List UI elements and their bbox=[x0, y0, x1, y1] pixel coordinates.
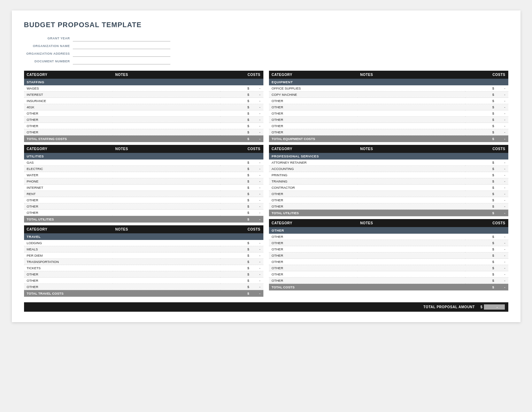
notes-cell[interactable] bbox=[113, 252, 220, 259]
table-row: INSURANCE$ - bbox=[24, 98, 263, 104]
notes-cell[interactable] bbox=[357, 252, 465, 259]
costs-cell: $ - bbox=[465, 252, 508, 259]
notes-cell[interactable] bbox=[113, 166, 220, 172]
table-row: PHONE$ - bbox=[24, 178, 263, 185]
notes-cell[interactable] bbox=[357, 197, 465, 203]
notes-cell[interactable] bbox=[113, 259, 220, 265]
costs-cell: $ - bbox=[220, 117, 263, 123]
notes-cell[interactable] bbox=[357, 160, 465, 166]
notes-cell[interactable] bbox=[357, 85, 465, 92]
notes-cell[interactable] bbox=[113, 110, 220, 117]
costs-cell: $ - bbox=[465, 203, 508, 210]
costs-cell: $ - bbox=[220, 172, 263, 178]
notes-cell[interactable] bbox=[357, 110, 465, 117]
notes-cell[interactable] bbox=[357, 178, 465, 185]
category-cell: OTHER bbox=[269, 104, 357, 110]
form-row: DOCUMENT NUMBER bbox=[24, 58, 508, 64]
notes-cell[interactable] bbox=[113, 98, 220, 104]
notes-cell[interactable] bbox=[113, 210, 220, 216]
category-cell: ACCOUNTING bbox=[269, 166, 357, 172]
notes-cell[interactable] bbox=[113, 178, 220, 185]
notes-cell[interactable] bbox=[357, 166, 465, 172]
notes-cell[interactable] bbox=[357, 92, 465, 98]
notes-cell[interactable] bbox=[113, 284, 220, 290]
col-header-costs: COSTS bbox=[465, 145, 508, 153]
table-row: TICKETS$ - bbox=[24, 265, 263, 271]
notes-cell[interactable] bbox=[113, 117, 220, 123]
notes-cell[interactable] bbox=[113, 160, 220, 166]
notes-cell[interactable] bbox=[113, 265, 220, 271]
notes-cell[interactable] bbox=[113, 185, 220, 191]
table-row: LODGING$ - bbox=[24, 240, 263, 246]
notes-cell[interactable] bbox=[357, 98, 465, 104]
table-row: OTHER$ - bbox=[269, 246, 508, 252]
notes-cell[interactable] bbox=[113, 240, 220, 246]
notes-cell[interactable] bbox=[113, 129, 220, 135]
costs-cell: $ - bbox=[465, 234, 508, 240]
notes-cell[interactable] bbox=[357, 240, 465, 246]
notes-cell[interactable] bbox=[357, 234, 465, 240]
table-row: OTHER$ - bbox=[24, 203, 263, 210]
notes-cell[interactable] bbox=[357, 203, 465, 210]
notes-cell[interactable] bbox=[113, 203, 220, 210]
category-cell: OTHER bbox=[269, 197, 357, 203]
costs-cell: $ - bbox=[465, 98, 508, 104]
table-row: OTHER$ - bbox=[24, 271, 263, 278]
form-input-organization-address[interactable] bbox=[73, 50, 170, 57]
table-row: OTHER$ - bbox=[269, 234, 508, 240]
notes-cell[interactable] bbox=[113, 197, 220, 203]
col-header-category: CATEGORY bbox=[24, 71, 113, 79]
table-row: OTHER$ - bbox=[269, 271, 508, 278]
notes-cell[interactable] bbox=[113, 246, 220, 252]
notes-cell[interactable] bbox=[357, 246, 465, 252]
notes-cell[interactable] bbox=[357, 123, 465, 129]
costs-cell: $ - bbox=[220, 160, 263, 166]
table-row: OTHER$ - bbox=[24, 210, 263, 216]
notes-cell[interactable] bbox=[113, 191, 220, 197]
table-row: ATTORNEY RETAINER$ - bbox=[269, 160, 508, 166]
category-cell: PRINTING bbox=[269, 172, 357, 178]
footer-bar: TOTAL PROPOSAL AMOUNT $ - bbox=[24, 302, 508, 312]
category-cell: RENT bbox=[24, 191, 113, 197]
notes-cell[interactable] bbox=[357, 265, 465, 271]
form-input-grant-year[interactable] bbox=[73, 35, 170, 41]
table-row: OTHER$ - bbox=[24, 278, 263, 284]
notes-cell[interactable] bbox=[113, 172, 220, 178]
category-cell: PER DIEM bbox=[24, 252, 113, 259]
notes-cell[interactable] bbox=[113, 271, 220, 278]
category-cell: OTHER bbox=[269, 259, 357, 265]
notes-cell[interactable] bbox=[113, 278, 220, 284]
category-cell: OTHER bbox=[24, 129, 113, 135]
notes-cell[interactable] bbox=[357, 259, 465, 265]
category-cell: TRASNSPORTATION bbox=[24, 259, 113, 265]
notes-cell[interactable] bbox=[357, 271, 465, 278]
notes-cell[interactable] bbox=[113, 104, 220, 110]
notes-cell[interactable] bbox=[357, 172, 465, 178]
notes-cell[interactable] bbox=[357, 185, 465, 191]
costs-cell: $ - bbox=[220, 240, 263, 246]
table-row: MEALS$ - bbox=[24, 246, 263, 252]
col-header-costs: COSTS bbox=[465, 219, 508, 227]
category-cell: OTHER bbox=[269, 191, 357, 197]
total-row: TOTAL TRAVEL COSTS$ - bbox=[24, 290, 263, 297]
notes-cell[interactable] bbox=[113, 85, 220, 92]
table-group: CATEGORYNOTESCOSTSUTILITIESGAS$ -ELECTRI… bbox=[24, 145, 263, 223]
category-cell: OTHER bbox=[24, 210, 113, 216]
form-input-document-number[interactable] bbox=[73, 58, 170, 64]
notes-cell[interactable] bbox=[357, 117, 465, 123]
category-cell: OTHER bbox=[269, 234, 357, 240]
table-row: ELECTRIC$ - bbox=[24, 166, 263, 172]
notes-cell[interactable] bbox=[113, 92, 220, 98]
form-input-organization-name[interactable] bbox=[73, 43, 170, 49]
notes-cell[interactable] bbox=[357, 278, 465, 284]
costs-cell: $ - bbox=[465, 172, 508, 178]
tables-row: CATEGORYNOTESCOSTSSTAFFINGWAGES$ -INTERE… bbox=[24, 71, 508, 300]
table-group: CATEGORYNOTESCOSTSEQUIPMENTOFFICE SUPPLI… bbox=[269, 71, 508, 142]
table-row: PRINTING$ - bbox=[269, 172, 508, 178]
table-row: OTHER$ - bbox=[269, 110, 508, 117]
table-row: ACCOUNTING$ - bbox=[269, 166, 508, 172]
notes-cell[interactable] bbox=[357, 129, 465, 135]
notes-cell[interactable] bbox=[357, 191, 465, 197]
notes-cell[interactable] bbox=[357, 104, 465, 110]
notes-cell[interactable] bbox=[113, 123, 220, 129]
